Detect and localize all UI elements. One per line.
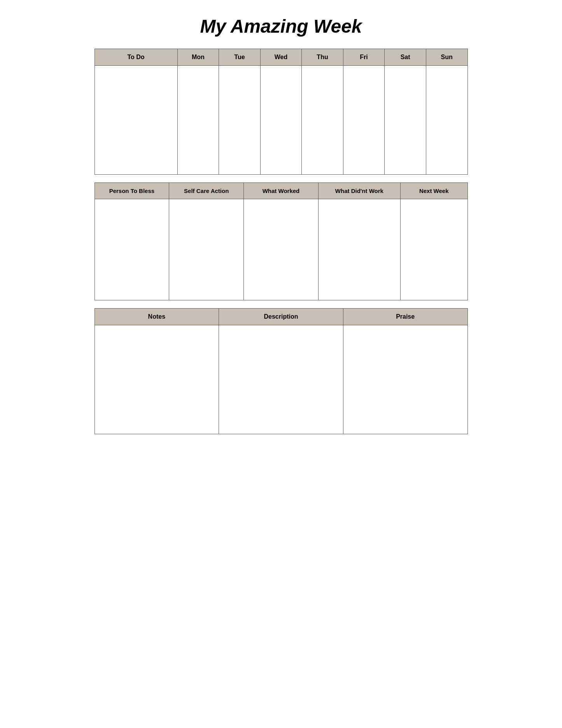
cell-sun[interactable] (426, 66, 467, 175)
weekly-grid: To Do Mon Tue Wed Thu Fri Sat Sun (95, 49, 468, 175)
review-grid: Person To Bless Self Care Action What Wo… (95, 182, 468, 300)
cell-tue[interactable] (219, 66, 261, 175)
cell-praise[interactable] (343, 325, 467, 434)
header-what-worked: What Worked (244, 183, 319, 199)
cell-wed[interactable] (260, 66, 302, 175)
planner-container: My Amazing Week To Do Mon Tue Wed Thu Fr… (95, 16, 468, 434)
header-wed: Wed (260, 49, 302, 66)
header-todo: To Do (95, 49, 177, 66)
header-sun: Sun (426, 49, 467, 66)
header-mon: Mon (177, 49, 219, 66)
cell-notes[interactable] (95, 325, 219, 434)
header-thu: Thu (302, 49, 343, 66)
cell-self-care[interactable] (169, 199, 244, 300)
cell-fri[interactable] (343, 66, 385, 175)
header-praise: Praise (343, 309, 467, 325)
header-self-care: Self Care Action (169, 183, 244, 199)
header-sat: Sat (385, 49, 426, 66)
cell-what-didnt-work[interactable] (318, 199, 400, 300)
cell-description[interactable] (219, 325, 343, 434)
cell-sat[interactable] (385, 66, 426, 175)
header-tue: Tue (219, 49, 261, 66)
cell-next-week[interactable] (400, 199, 467, 300)
cell-todo[interactable] (95, 66, 177, 175)
header-what-didnt-work: What Did'nt Work (318, 183, 400, 199)
header-notes: Notes (95, 309, 219, 325)
cell-person-to-bless[interactable] (95, 199, 169, 300)
cell-what-worked[interactable] (244, 199, 319, 300)
cell-thu[interactable] (302, 66, 343, 175)
header-fri: Fri (343, 49, 385, 66)
bottom-grid: Notes Description Praise (95, 308, 468, 434)
page-title: My Amazing Week (95, 16, 468, 37)
header-description: Description (219, 309, 343, 325)
cell-mon[interactable] (177, 66, 219, 175)
header-person-to-bless: Person To Bless (95, 183, 169, 199)
header-next-week: Next Week (400, 183, 467, 199)
